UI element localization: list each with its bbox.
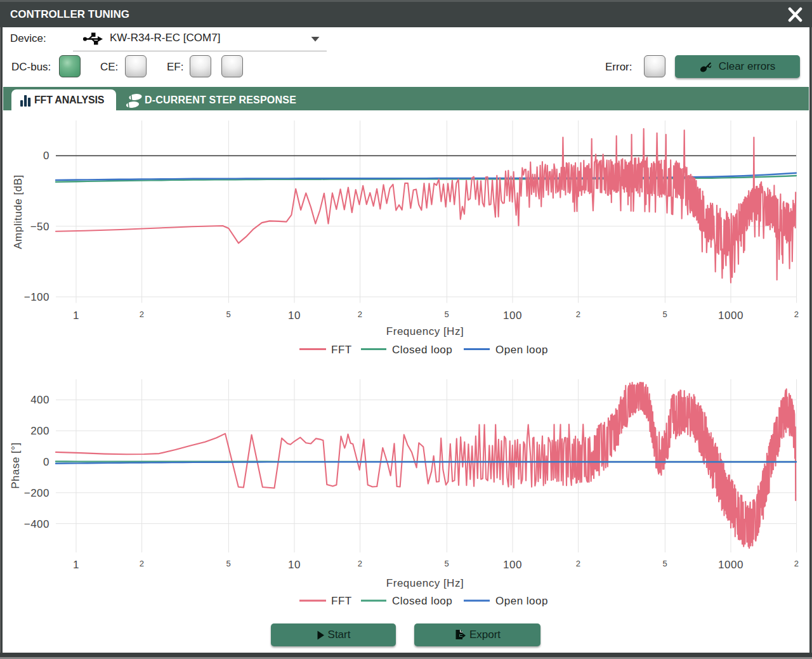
svg-text:FFT: FFT [331,595,352,607]
svg-text:1: 1 [73,310,79,322]
svg-text:400: 400 [30,394,49,406]
svg-text:2: 2 [794,310,799,319]
svg-text:Open loop: Open loop [495,595,548,607]
svg-text:2: 2 [358,310,363,319]
svg-text:1000: 1000 [718,559,743,571]
svg-text:2: 2 [794,559,799,568]
svg-text:5: 5 [445,559,450,568]
svg-text:10: 10 [288,310,301,322]
svg-text:−50: −50 [30,221,49,233]
svg-text:−400: −400 [24,518,49,530]
svg-text:1000: 1000 [718,310,743,322]
svg-text:5: 5 [226,310,232,319]
svg-text:FFT: FFT [331,344,352,356]
svg-text:2: 2 [576,559,581,568]
svg-text:Open loop: Open loop [495,344,548,356]
svg-text:5: 5 [663,559,668,568]
svg-text:10: 10 [288,559,301,571]
svg-text:2: 2 [140,310,145,319]
svg-text:Phase [°]: Phase [°] [10,442,22,489]
svg-text:200: 200 [30,425,49,437]
svg-text:Closed loop: Closed loop [392,595,452,607]
svg-text:0: 0 [43,456,49,468]
svg-text:Frequency [Hz]: Frequency [Hz] [386,577,464,589]
svg-text:0: 0 [43,150,49,162]
svg-text:2: 2 [576,310,581,319]
svg-text:5: 5 [663,310,668,319]
svg-text:5: 5 [445,310,450,319]
svg-text:100: 100 [503,559,522,571]
svg-text:100: 100 [503,310,522,322]
svg-text:5: 5 [226,559,232,568]
svg-text:Closed loop: Closed loop [392,344,452,356]
svg-text:−200: −200 [24,487,49,499]
svg-text:Amplitude [dB]: Amplitude [dB] [12,174,24,249]
svg-text:−100: −100 [24,291,49,303]
svg-text:1: 1 [73,559,79,571]
svg-text:2: 2 [140,559,145,568]
svg-text:Frequency [Hz]: Frequency [Hz] [386,325,464,337]
svg-text:2: 2 [358,559,363,568]
